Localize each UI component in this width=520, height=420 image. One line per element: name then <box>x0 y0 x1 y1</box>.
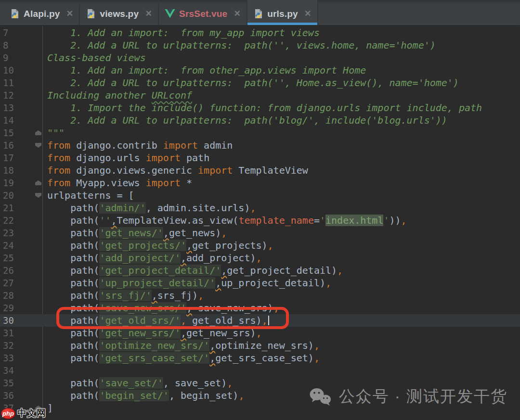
code-line-15[interactable]: 15""" <box>0 127 520 139</box>
line-number: 34 <box>0 364 27 377</box>
gutter-fold-column <box>27 127 47 139</box>
gutter-fold-column <box>27 327 47 339</box>
gutter-fold-column <box>27 152 47 164</box>
tab-views-py[interactable]: views.py× <box>80 0 159 25</box>
code-editor[interactable]: 7 1. Add an import: from my_app import v… <box>0 26 520 420</box>
close-icon[interactable]: × <box>305 6 311 19</box>
gutter-fold-column <box>27 114 47 127</box>
code-text: 1. Add an import: from my_app import vie… <box>47 26 520 39</box>
code-text: path('get_project_detail/',get_project_d… <box>47 264 520 277</box>
editor-tab-bar: Alapi.py×views.py×SrsSet.vue×urls.py× <box>0 0 520 25</box>
code-line-32[interactable]: 32 path('optimize_new_srs/',optimize_new… <box>0 339 520 352</box>
code-line-13[interactable]: 13 1. Import the include() function: fro… <box>0 102 520 114</box>
code-lines: 7 1. Add an import: from my_app import v… <box>0 26 520 414</box>
gutter-fold-column <box>27 302 47 314</box>
line-number: 17 <box>0 152 27 164</box>
code-line-23[interactable]: 23 path('get_news/',get_news), <box>0 227 520 239</box>
code-line-24[interactable]: 24 path('get_projects/',get_projects), <box>0 239 520 252</box>
php-badge-icon: php <box>1 408 15 419</box>
gutter-fold-column <box>27 51 47 64</box>
code-text: path('srs_fj/',srs_fj), <box>47 289 520 302</box>
line-number: 26 <box>0 264 27 277</box>
code-line-17[interactable]: 17from django.urls import path <box>0 152 520 164</box>
code-line-12[interactable]: 12Including another URLconf <box>0 89 520 102</box>
line-number: 7 <box>0 26 27 39</box>
fold-down-icon[interactable] <box>35 193 41 198</box>
code-text: """ <box>47 127 520 139</box>
gutter-fold-column <box>27 289 47 302</box>
gutter-fold-column <box>27 239 47 252</box>
line-number: 9 <box>0 51 27 64</box>
gutter-fold-column <box>27 189 47 202</box>
gutter-fold-column <box>27 164 47 177</box>
code-text: from django.contrib import admin <box>47 139 520 152</box>
php-badge-text: php <box>2 410 14 417</box>
close-icon[interactable]: × <box>234 6 240 19</box>
code-text: path('get_old_srs/', get_old_srs), <box>47 314 520 327</box>
code-line-31[interactable]: 31 path('get_new_srs/',get_new_srs), <box>0 327 520 339</box>
code-text: path('get_srs_case_set/',get_srs_case_se… <box>47 352 520 364</box>
code-text: Including another URLconf <box>47 89 520 102</box>
code-line-28[interactable]: 28 path('srs_fj/',srs_fj), <box>0 289 520 302</box>
code-text: from django.urls import path <box>47 152 520 164</box>
code-text: Class-based views <box>47 51 520 64</box>
code-line-27[interactable]: 27 path('up_project_detail/',up_project_… <box>0 277 520 289</box>
code-line-34[interactable]: 34 <box>0 364 520 377</box>
code-line-9[interactable]: 9Class-based views <box>0 51 520 64</box>
gutter-fold-column <box>27 277 47 289</box>
code-text: path('get_projects/',get_projects), <box>47 239 520 252</box>
code-line-16[interactable]: 16from django.contrib import admin <box>0 139 520 152</box>
code-text: 1. Add an import: from other_app.views i… <box>47 64 520 76</box>
code-text: 1. Import the include() function: from d… <box>47 102 520 114</box>
line-number: 28 <box>0 289 27 302</box>
tab-srsset-vue[interactable]: SrsSet.vue× <box>159 0 247 25</box>
code-line-10[interactable]: 10 1. Add an import: from other_app.view… <box>0 64 520 76</box>
line-number: 19 <box>0 177 27 189</box>
code-line-19[interactable]: 19from Myapp.views import * <box>0 177 520 189</box>
python-file-icon <box>86 6 96 19</box>
code-line-11[interactable]: 11 2. Add a URL to urlpatterns: path('',… <box>0 76 520 89</box>
tab-alapi-py[interactable]: Alapi.py× <box>4 0 80 25</box>
close-icon[interactable]: × <box>67 6 73 19</box>
gutter-fold-column <box>27 227 47 239</box>
line-number: 32 <box>0 339 27 352</box>
wechat-watermark: 公众号 · 测试开发干货 <box>309 386 507 407</box>
fold-down-icon[interactable] <box>35 143 41 148</box>
code-text: 2. Add a URL to urlpatterns: path('', Ho… <box>47 76 520 89</box>
python-file-icon <box>253 6 263 19</box>
gutter-fold-column <box>27 314 47 327</box>
gutter-fold-column <box>27 102 47 114</box>
code-line-22[interactable]: 22 path('',TemplateView.as_view(template… <box>0 214 520 227</box>
line-number: 33 <box>0 352 27 364</box>
fold-up-icon[interactable] <box>35 180 41 185</box>
code-line-33[interactable]: 33 path('get_srs_case_set/',get_srs_case… <box>0 352 520 364</box>
code-line-20[interactable]: 20urlpatterns = [ <box>0 189 520 202</box>
tab-label: urls.py <box>267 6 298 19</box>
line-number: 20 <box>0 189 27 202</box>
code-text: path('',TemplateView.as_view(template_na… <box>47 214 520 227</box>
tab-urls-py[interactable]: urls.py× <box>247 0 318 25</box>
line-number: 35 <box>0 377 27 389</box>
code-line-29[interactable]: 29 path('save_new_srs/', save_new_srs), <box>0 302 520 314</box>
code-line-7[interactable]: 7 1. Add an import: from my_app import v… <box>0 26 520 39</box>
gutter-fold-column <box>27 177 47 189</box>
code-line-21[interactable]: 21 path('admin/', admin.site.urls), <box>0 202 520 214</box>
line-number: 16 <box>0 139 27 152</box>
text-caret <box>268 316 269 325</box>
wechat-icon <box>309 387 332 407</box>
tab-label: Alapi.py <box>24 6 60 19</box>
code-line-25[interactable]: 25 path('add_project/',add_project), <box>0 252 520 264</box>
line-number: 8 <box>0 39 27 51</box>
code-text <box>47 364 520 377</box>
code-line-18[interactable]: 18from django.views.generic import Templ… <box>0 164 520 177</box>
code-line-14[interactable]: 14 2. Add a URL to urlpatterns: path('bl… <box>0 114 520 127</box>
code-text: from django.views.generic import Templat… <box>47 164 520 177</box>
code-text: path('get_news/',get_news), <box>47 227 520 239</box>
gutter-fold-column <box>27 364 47 377</box>
fold-up-icon[interactable] <box>35 130 41 135</box>
code-line-26[interactable]: 26 path('get_project_detail/',get_projec… <box>0 264 520 277</box>
code-line-8[interactable]: 8 2. Add a URL to urlpatterns: path('', … <box>0 39 520 51</box>
code-line-30[interactable]: 30 path('get_old_srs/', get_old_srs), <box>0 314 520 327</box>
ide-window: Alapi.py×views.py×SrsSet.vue×urls.py× 7 … <box>0 0 520 420</box>
close-icon[interactable]: × <box>145 6 152 19</box>
